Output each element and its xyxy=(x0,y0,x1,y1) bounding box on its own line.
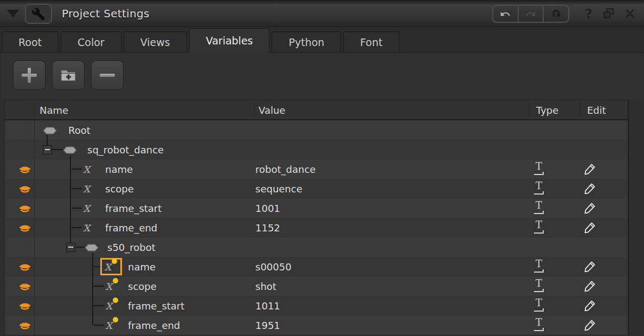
tree-line xyxy=(72,227,82,228)
variable-icon: x xyxy=(105,277,113,294)
table-row-frame_end[interactable]: xframe_end1951T xyxy=(5,315,628,335)
table-row-name[interactable]: xnamerobot_danceT xyxy=(5,159,628,179)
group-icon xyxy=(85,243,99,254)
column-header-value[interactable]: Value xyxy=(259,100,285,120)
table-row-name[interactable]: xnames00050T xyxy=(5,257,628,276)
eye-visibility-icon[interactable] xyxy=(18,282,31,293)
row-label: frame_start xyxy=(128,296,184,315)
add-group-button[interactable] xyxy=(52,61,85,90)
tree-expander-icon[interactable] xyxy=(66,243,75,252)
row-label: scope xyxy=(128,276,157,296)
type-text-icon[interactable]: T xyxy=(533,201,547,215)
eye-visibility-icon[interactable] xyxy=(18,204,31,215)
edit-pencil-icon[interactable] xyxy=(584,260,596,275)
edit-pencil-icon[interactable] xyxy=(584,319,596,333)
redo-icon xyxy=(525,9,537,20)
row-value[interactable]: robot_dance xyxy=(255,159,315,179)
column-header-type[interactable]: Type xyxy=(536,100,558,120)
tree-line xyxy=(94,325,104,326)
undo-button[interactable] xyxy=(493,6,518,22)
float-window-button[interactable] xyxy=(603,8,615,20)
node-icon-button[interactable] xyxy=(25,4,52,24)
column-divider xyxy=(34,102,35,117)
plus-icon xyxy=(22,68,37,83)
tab-root[interactable]: Root xyxy=(2,31,59,52)
edit-pencil-icon[interactable] xyxy=(584,163,596,177)
table-row-group-sq_robot_dance[interactable]: sq_robot_dance xyxy=(5,140,628,159)
eye-visibility-icon[interactable] xyxy=(18,184,31,196)
tree-expander-icon[interactable] xyxy=(43,145,52,154)
folder-plus-icon xyxy=(60,68,77,83)
tab-python[interactable]: Python xyxy=(272,31,341,52)
column-divider xyxy=(579,102,580,117)
tree-line xyxy=(70,156,71,159)
undo-icon xyxy=(499,9,511,20)
tree-line xyxy=(92,253,93,257)
row-value[interactable]: 1152 xyxy=(255,218,280,237)
table-row-group-Root[interactable]: Root xyxy=(5,120,628,140)
row-value[interactable]: 1011 xyxy=(255,296,280,315)
override-dot-icon xyxy=(113,298,118,303)
edit-pencil-icon[interactable] xyxy=(584,280,596,294)
close-icon xyxy=(624,8,636,19)
group-icon xyxy=(43,126,57,137)
redo-button[interactable] xyxy=(518,6,543,22)
eye-visibility-icon[interactable] xyxy=(18,223,31,235)
tab-views[interactable]: Views xyxy=(124,31,187,52)
type-text-icon[interactable]: T xyxy=(533,260,547,274)
row-label: s50_robot xyxy=(107,237,156,257)
row-label: name xyxy=(128,257,156,276)
column-header-name[interactable]: Name xyxy=(40,100,68,120)
type-text-icon[interactable]: T xyxy=(533,221,547,235)
title-bar: Project Settings ? xyxy=(0,0,644,27)
type-text-icon[interactable]: T xyxy=(533,279,547,293)
edit-pencil-icon[interactable] xyxy=(584,182,596,197)
tab-bar: RootColorViewsVariablesPythonFont xyxy=(0,27,644,53)
table-row-scope[interactable]: xscopeshotT xyxy=(5,276,628,296)
table-row-group-s50_robot[interactable]: s50_robot xyxy=(5,237,628,257)
eye-visibility-icon[interactable] xyxy=(18,321,31,332)
eye-visibility-icon[interactable] xyxy=(18,262,31,274)
row-value[interactable]: 1951 xyxy=(255,315,280,335)
row-value[interactable]: s00050 xyxy=(255,257,292,276)
edit-pencil-icon[interactable] xyxy=(584,202,596,216)
row-value[interactable]: 1001 xyxy=(255,198,280,218)
row-label: scope xyxy=(105,179,134,198)
row-label: frame_end xyxy=(128,315,180,335)
revert-button[interactable] xyxy=(543,6,568,22)
table-row-frame_start[interactable]: xframe_start1011T xyxy=(5,296,628,315)
override-dot-icon xyxy=(113,317,118,322)
row-label: name xyxy=(105,159,133,179)
edit-pencil-icon[interactable] xyxy=(584,221,596,236)
eye-visibility-icon[interactable] xyxy=(18,165,31,176)
tree-line xyxy=(72,188,82,189)
type-text-icon[interactable]: T xyxy=(533,318,547,332)
tab-variables[interactable]: Variables xyxy=(189,28,270,53)
add-variable-button[interactable] xyxy=(13,61,46,90)
tab-color[interactable]: Color xyxy=(61,31,121,52)
table-row-scope[interactable]: xscopesequenceT xyxy=(5,179,628,198)
type-text-icon[interactable]: T xyxy=(533,299,547,313)
wrench-icon xyxy=(31,7,46,21)
collapse-panel-icon[interactable] xyxy=(7,10,19,18)
type-text-icon[interactable]: T xyxy=(533,162,547,176)
variable-icon: x xyxy=(105,316,113,333)
tree-line xyxy=(76,247,85,248)
column-header-edit[interactable]: Edit xyxy=(587,100,606,120)
table-row-frame_start[interactable]: xframe_start1001T xyxy=(5,198,628,218)
row-value[interactable]: sequence xyxy=(255,179,302,198)
close-button[interactable] xyxy=(623,8,636,20)
tab-font[interactable]: Font xyxy=(343,31,399,52)
table-row-frame_end[interactable]: xframe_end1152T xyxy=(5,218,628,237)
tree-line xyxy=(92,276,93,296)
type-text-icon[interactable]: T xyxy=(533,182,547,196)
project-settings-window: Project Settings ? xyxy=(0,0,644,336)
help-button[interactable]: ? xyxy=(581,5,596,23)
tree-line xyxy=(92,315,93,325)
revert-icon xyxy=(550,8,563,21)
row-value[interactable]: shot xyxy=(255,276,276,296)
edit-pencil-icon[interactable] xyxy=(584,299,596,314)
eye-visibility-icon[interactable] xyxy=(18,301,31,313)
remove-button[interactable] xyxy=(91,61,124,90)
tree-line xyxy=(70,159,71,179)
